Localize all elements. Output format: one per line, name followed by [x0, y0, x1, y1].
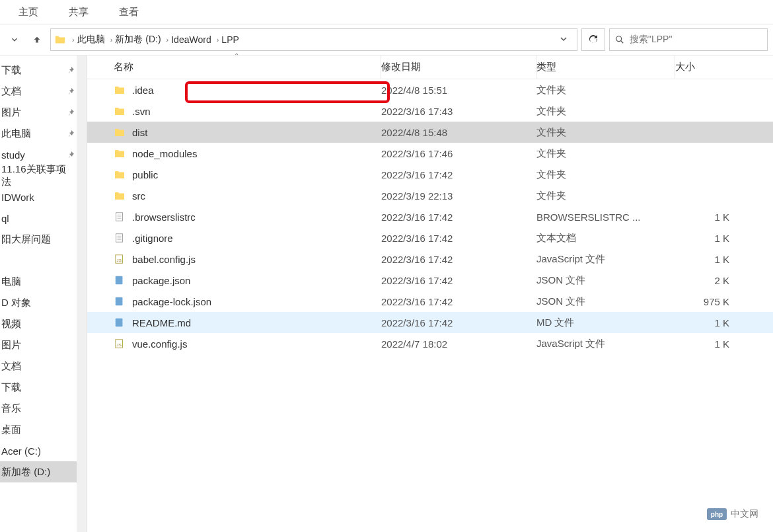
column-header-type[interactable]: 类型	[536, 56, 675, 79]
search-placeholder: 搜索"LPP"	[630, 34, 672, 46]
sidebar-item[interactable]: ql	[0, 208, 87, 229]
tab-share[interactable]: 共享	[63, 6, 94, 19]
sidebar-item[interactable]: Acer (C:)	[0, 440, 87, 461]
table-row[interactable]: src2022/3/19 22:13文件夹	[87, 185, 773, 206]
cell-size: 975 K	[675, 296, 741, 307]
history-dropdown-button[interactable]	[5, 30, 24, 49]
table-row[interactable]: JSbabel.config.js2022/3/16 17:42JavaScri…	[87, 248, 773, 270]
ribbon-tabs: 主页 共享 查看	[0, 0, 773, 24]
cell-type: 文件夹	[536, 126, 675, 139]
navigation-sidebar: 下载文档图片此电脑study11.16关联事项法IDWorkql阳大屏问题电脑D…	[0, 56, 87, 532]
file-name: package-lock.json	[132, 296, 211, 307]
sidebar-item[interactable]: IDWork	[0, 186, 87, 208]
sidebar-item[interactable]: study	[0, 144, 87, 165]
file-name: .idea	[132, 85, 154, 96]
svg-text:JS: JS	[117, 258, 122, 262]
cell-size: 2 K	[675, 275, 741, 286]
file-icon	[114, 211, 126, 223]
sidebar-item[interactable]: 图片	[0, 102, 87, 123]
svg-rect-6	[116, 297, 123, 305]
tab-view[interactable]: 查看	[114, 6, 144, 19]
column-header-name[interactable]: ⌃ 名称	[87, 56, 381, 79]
sidebar-item-label: 下载	[1, 64, 21, 77]
sidebar-item[interactable]: 11.16关联事项法	[0, 165, 87, 186]
cell-name: dist	[87, 126, 381, 138]
json-icon	[114, 295, 126, 307]
sidebar-item-label: 音乐	[1, 402, 21, 415]
up-button[interactable]	[28, 30, 46, 49]
sidebar-item-label: 阳大屏问题	[1, 233, 51, 246]
cell-name: .svn	[87, 105, 381, 117]
cell-name: .idea	[87, 84, 381, 96]
refresh-button[interactable]	[581, 28, 605, 51]
cell-size: 1 K	[675, 233, 741, 244]
file-name: public	[132, 169, 158, 180]
sidebar-item[interactable]: 下载	[0, 377, 87, 398]
sort-indicator-icon: ⌃	[234, 52, 239, 59]
cell-size: 1 K	[675, 317, 741, 328]
cell-name: node_modules	[87, 147, 381, 159]
table-row[interactable]: dist2022/4/8 15:48文件夹	[87, 122, 773, 143]
cell-name: README.md	[87, 317, 381, 328]
table-row[interactable]: package-lock.json2022/3/16 17:42JSON 文件9…	[87, 291, 773, 312]
breadcrumb[interactable]: ›此电脑 ›新加卷 (D:) ›IdeaWord ›LPP	[50, 28, 577, 51]
breadcrumb-segment[interactable]: ›IdeaWord	[163, 34, 213, 45]
sidebar-item[interactable]: 文档	[0, 81, 87, 102]
file-name: .svn	[132, 106, 151, 117]
sidebar-item[interactable]: 视频	[0, 313, 87, 334]
main-area: 下载文档图片此电脑study11.16关联事项法IDWorkql阳大屏问题电脑D…	[0, 56, 773, 532]
table-row[interactable]: .browserslistrc2022/3/16 17:42BROWSERSLI…	[87, 206, 773, 227]
cell-name: .browserslistrc	[87, 211, 381, 223]
file-name: src	[132, 190, 145, 202]
table-row[interactable]: public2022/3/16 17:42文件夹	[87, 164, 773, 185]
column-header-size[interactable]: 大小	[675, 61, 741, 73]
cell-modified: 2022/4/7 18:02	[381, 338, 536, 350]
sidebar-item[interactable]: 此电脑	[0, 123, 87, 144]
file-name: dist	[132, 127, 147, 138]
sidebar-item[interactable]: 下载	[0, 59, 87, 81]
folder-icon	[114, 169, 126, 180]
table-row[interactable]: .idea2022/4/8 15:51文件夹	[87, 79, 773, 100]
breadcrumb-segment[interactable]: ›此电脑	[68, 34, 106, 46]
sidebar-item-label: 电脑	[1, 276, 21, 288]
table-row[interactable]: .svn2022/3/16 17:43文件夹	[87, 100, 773, 122]
file-name: node_modules	[132, 148, 197, 159]
js-icon: JS	[114, 253, 126, 265]
sidebar-item[interactable]: 文档	[0, 356, 87, 377]
sidebar-item[interactable]: 桌面	[0, 419, 87, 440]
file-name: babel.config.js	[132, 254, 196, 265]
table-row[interactable]: node_modules2022/3/16 17:46文件夹	[87, 143, 773, 164]
sidebar-item[interactable]: 新加卷 (D:)	[0, 461, 87, 482]
cell-name: package-lock.json	[87, 295, 381, 307]
pin-icon	[67, 65, 75, 76]
svg-rect-5	[116, 276, 123, 284]
pin-icon	[67, 86, 75, 97]
breadcrumb-segment[interactable]: ›新加卷 (D:)	[106, 34, 163, 46]
sidebar-item-label: 新加卷 (D:)	[1, 466, 50, 478]
column-header-modified[interactable]: 修改日期	[381, 56, 536, 79]
json-icon	[114, 274, 126, 286]
folder-icon	[54, 33, 67, 46]
sidebar-item[interactable]: 电脑	[0, 271, 87, 292]
cell-modified: 2022/3/16 17:42	[381, 233, 536, 244]
scrollbar-thumb[interactable]	[78, 57, 86, 190]
chevron-down-icon[interactable]	[553, 34, 574, 45]
cell-modified: 2022/3/19 22:13	[381, 190, 536, 202]
sidebar-item[interactable]: 图片	[0, 334, 87, 356]
table-row[interactable]: .gitignore2022/3/16 17:42文本文档1 K	[87, 227, 773, 248]
sidebar-item-label: 文档	[1, 360, 21, 373]
sidebar-item[interactable]: 音乐	[0, 398, 87, 419]
json-icon	[114, 317, 126, 328]
sidebar-item[interactable]: D 对象	[0, 292, 87, 313]
cell-name: public	[87, 169, 381, 180]
file-name: README.md	[132, 317, 191, 328]
table-row[interactable]: README.md2022/3/16 17:42MD 文件1 K	[87, 312, 773, 333]
table-row[interactable]: package.json2022/3/16 17:42JSON 文件2 K	[87, 270, 773, 291]
sidebar-item[interactable]: 阳大屏问题	[0, 229, 87, 250]
sidebar-item-label: IDWork	[1, 192, 34, 203]
breadcrumb-segment[interactable]: ›LPP	[213, 34, 240, 45]
search-input[interactable]: 搜索"LPP"	[609, 28, 768, 51]
table-row[interactable]: JSvue.config.js2022/4/7 18:02JavaScript …	[87, 333, 773, 354]
tab-home[interactable]: 主页	[13, 6, 44, 19]
sidebar-item[interactable]	[0, 250, 87, 271]
